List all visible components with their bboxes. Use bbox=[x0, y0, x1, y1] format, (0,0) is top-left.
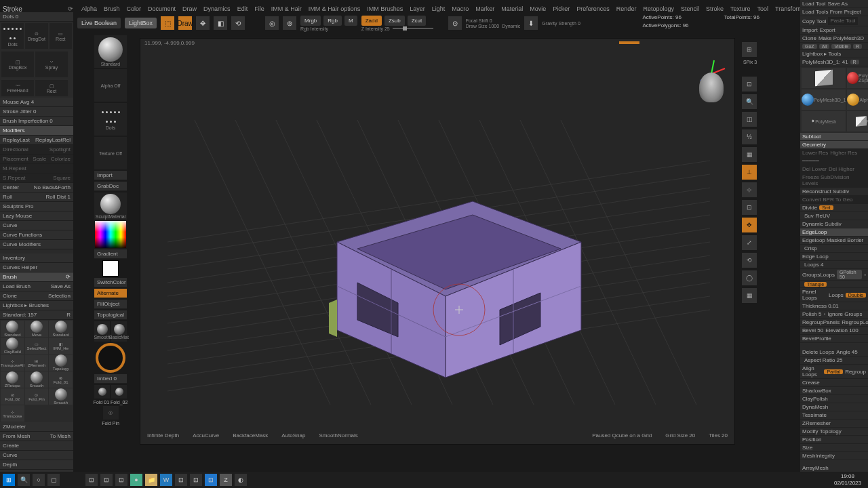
scale-icon[interactable]: ◧ bbox=[214, 16, 227, 30]
clone-brush[interactable]: Clone bbox=[3, 293, 17, 299]
make-polymesh[interactable]: Make PolyMesh3D bbox=[818, 35, 864, 41]
menu-light[interactable]: Light bbox=[432, 5, 446, 12]
z-intensity-slider[interactable] bbox=[393, 28, 433, 29]
menu-transform[interactable]: Transform bbox=[775, 5, 803, 12]
texture-preview[interactable]: Texture Off bbox=[94, 137, 127, 169]
switchcolor-button[interactable]: SwitchColor bbox=[94, 278, 127, 287]
menu-immbrushes[interactable]: IMM Brushes bbox=[367, 5, 403, 12]
load-tool[interactable]: Load Tool bbox=[802, 1, 826, 7]
convert-bpr[interactable]: Convert BPR To Geo bbox=[800, 196, 868, 204]
dots-header[interactable]: Dots 0 bbox=[0, 12, 73, 22]
regroup-panels[interactable]: RegroupPanels bbox=[802, 319, 840, 325]
brush-claybuild[interactable]: ClayBuild bbox=[1, 338, 24, 354]
brush-transpose[interactable]: ⊹TransposeAll bbox=[1, 354, 24, 371]
backfacemask-toggle[interactable]: BackfaceMask bbox=[233, 432, 268, 439]
brush-preview[interactable]: Standard bbox=[94, 35, 127, 68]
rotate-icon[interactable]: ⟲ bbox=[231, 16, 245, 30]
srepeat-field[interactable]: S.Repeat bbox=[3, 175, 25, 181]
freeze-subdiv[interactable]: Freeze SubDivision Levels bbox=[800, 174, 868, 188]
menu-immhair[interactable]: IMM & Hair bbox=[271, 5, 302, 12]
goz-visible[interactable]: Visible bbox=[831, 44, 851, 49]
scaleview-icon[interactable]: ⤢ bbox=[742, 235, 757, 250]
rolldist-field[interactable]: Roll Dist 1 bbox=[46, 194, 71, 200]
live-boolean-toggle[interactable]: Live Boolean bbox=[77, 18, 121, 28]
regroup-loops[interactable]: RegroupLoops bbox=[842, 319, 868, 325]
import-tool[interactable]: Import bbox=[802, 27, 818, 33]
spotlight-toggle[interactable]: Spotlight bbox=[50, 146, 71, 152]
material-preview[interactable]: SculptMaterial bbox=[94, 192, 127, 220]
divide-button[interactable]: Divide bbox=[802, 205, 817, 211]
sculptris-header[interactable]: Sculptris Pro bbox=[0, 202, 73, 211]
focal-shift-label[interactable]: Focal Shift 0 bbox=[466, 18, 521, 23]
tool-polymesh-cube[interactable]: PolyMesh bbox=[847, 111, 868, 131]
floor-icon[interactable]: ⊥ bbox=[742, 165, 757, 180]
tool-r[interactable]: R bbox=[850, 60, 859, 64]
brush-standard[interactable]: Standard bbox=[1, 321, 24, 337]
stroke-rect[interactable]: ▭Rect bbox=[50, 23, 72, 49]
geometry-header[interactable]: Geometry bbox=[800, 141, 868, 149]
del-lower[interactable]: Del Lower bbox=[802, 166, 827, 172]
menu-color[interactable]: Color bbox=[127, 5, 142, 12]
sticky-icon[interactable]: ⊚ bbox=[283, 16, 296, 30]
load-brush[interactable]: Load Brush bbox=[3, 283, 31, 289]
freehand-toggle[interactable]: 〰FreeHand bbox=[1, 80, 34, 96]
edgeloop-button[interactable]: Edge Loop bbox=[800, 253, 868, 261]
brush-zretopo[interactable]: ZRetopo bbox=[1, 371, 24, 388]
curve-header[interactable]: Curve bbox=[0, 221, 73, 230]
aahalf-icon[interactable]: ½ bbox=[742, 129, 757, 144]
stroke-dragbox[interactable]: ◫DragBox bbox=[1, 52, 34, 77]
taskbar-unreal[interactable]: ◐ bbox=[235, 474, 247, 486]
depth-header[interactable]: Depth bbox=[0, 460, 73, 470]
rotateview-icon[interactable]: ⟲ bbox=[742, 253, 757, 268]
modifytopo-header[interactable]: Modify Topology bbox=[800, 428, 868, 436]
directional-toggle[interactable]: Directional bbox=[3, 146, 28, 152]
foldpin-preset[interactable]: ◎ bbox=[103, 406, 119, 420]
system-clock[interactable]: 19:0802/01/2023 bbox=[834, 473, 865, 487]
m-button[interactable]: M bbox=[344, 16, 357, 26]
export-tool[interactable]: Export bbox=[820, 27, 835, 33]
head-orientation-icon[interactable] bbox=[699, 73, 724, 102]
curve2-header[interactable]: Curve bbox=[0, 451, 73, 460]
menu-marker[interactable]: Marker bbox=[475, 5, 494, 12]
dynamic-toggle[interactable]: Dynamic bbox=[502, 24, 520, 28]
local-icon[interactable]: ⊹ bbox=[742, 182, 757, 197]
zoom-icon[interactable]: 🔍 bbox=[742, 94, 757, 109]
grid-size-field[interactable]: Grid Size 20 bbox=[665, 432, 695, 439]
taskbar-explorer[interactable]: 📁 bbox=[145, 474, 157, 486]
taskbar-app-2[interactable]: ⊡ bbox=[100, 474, 113, 486]
color-picker[interactable] bbox=[95, 221, 126, 248]
smooth-brush[interactable]: Smooth bbox=[94, 321, 110, 342]
menu-texture[interactable]: Texture bbox=[730, 5, 751, 12]
bevel-profile[interactable]: BevelProfile bbox=[800, 335, 868, 343]
frame-icon[interactable]: ⊡ bbox=[742, 200, 757, 215]
gravity-label[interactable]: Gravity Strength 0 bbox=[542, 21, 580, 26]
crease-header[interactable]: Crease bbox=[800, 379, 868, 387]
loops-toggle[interactable]: Loops bbox=[829, 292, 844, 298]
align-loops[interactable]: Align Loops bbox=[802, 365, 822, 378]
regroup-toggle[interactable]: Regroup bbox=[845, 369, 866, 375]
menu-brush[interactable]: Brush bbox=[104, 5, 120, 12]
tool-polymesh3d-1[interactable]: PolyMesh3D_1 bbox=[802, 89, 846, 110]
import-button[interactable]: Import bbox=[94, 171, 127, 180]
create-header[interactable]: Create bbox=[0, 441, 73, 451]
brush-smooth2[interactable]: Smooth bbox=[49, 388, 73, 405]
partial-toggle[interactable]: Partial bbox=[824, 369, 843, 374]
brush-imperfection-field[interactable]: Brush Imperfection 0 bbox=[0, 117, 73, 126]
menu-file[interactable]: File bbox=[254, 5, 264, 12]
taskbar-chrome[interactable]: ● bbox=[130, 474, 142, 486]
spix-label[interactable]: SPix 3 bbox=[742, 60, 758, 64]
tool-polymesh-star[interactable]: ✦PolyMesh bbox=[802, 111, 846, 131]
tool-zsphere[interactable]: PolyMesh ZSphere bbox=[847, 68, 868, 88]
higher-res[interactable]: Higher Res bbox=[830, 150, 857, 156]
colorize-field[interactable]: Colorize bbox=[51, 156, 71, 162]
draw-size-label[interactable]: Draw Size 1000 bbox=[466, 24, 499, 28]
accucurve-toggle[interactable]: AccuCurve bbox=[193, 432, 219, 439]
shadowbox-header[interactable]: ShadowBox bbox=[800, 387, 868, 395]
z-intensity-label[interactable]: Z Intensity 25 bbox=[361, 26, 390, 31]
start-button[interactable]: ⊞ bbox=[3, 474, 15, 486]
tool-name[interactable]: PolyMesh3D_1: 41 bbox=[802, 59, 848, 65]
brush-move[interactable]: Move bbox=[25, 321, 49, 337]
gradient-toggle[interactable]: Gradient bbox=[94, 249, 127, 259]
double-toggle[interactable]: Double bbox=[846, 293, 866, 298]
loops-field[interactable]: Loops 4 bbox=[804, 262, 823, 268]
